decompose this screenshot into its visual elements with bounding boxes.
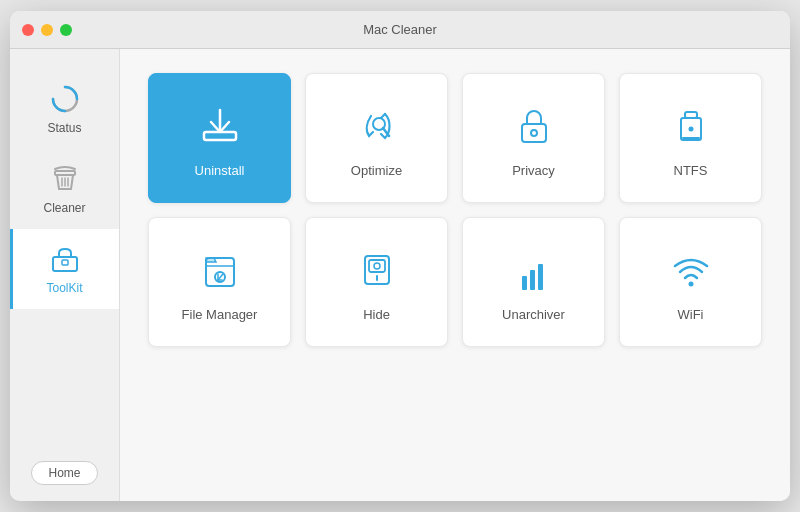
tool-wifi[interactable]: WiFi (619, 217, 762, 347)
tool-hide[interactable]: Hide (305, 217, 448, 347)
optimize-icon (350, 99, 404, 153)
ntfs-icon (664, 99, 718, 153)
svg-rect-22 (369, 260, 385, 272)
svg-point-23 (374, 263, 380, 269)
uninstall-icon (193, 99, 247, 153)
ntfs-label: NTFS (674, 163, 708, 178)
wifi-label: WiFi (678, 307, 704, 322)
maximize-button[interactable] (60, 24, 72, 36)
tool-uninstall[interactable]: Uninstall (148, 73, 291, 203)
tool-optimize[interactable]: Optimize (305, 73, 448, 203)
privacy-label: Privacy (512, 163, 555, 178)
unarchiver-icon (507, 243, 561, 297)
tool-file-manager[interactable]: File Manager (148, 217, 291, 347)
sidebar: Status Cleaner (10, 49, 120, 501)
sidebar-item-toolkit[interactable]: ToolKit (10, 229, 119, 309)
app-body: Status Cleaner (10, 49, 790, 501)
tool-ntfs[interactable]: NTFS (619, 73, 762, 203)
sidebar-toolkit-label: ToolKit (46, 281, 82, 295)
privacy-icon (507, 99, 561, 153)
hide-icon (350, 243, 404, 297)
svg-rect-27 (538, 264, 543, 290)
file-manager-label: File Manager (182, 307, 258, 322)
traffic-lights (22, 24, 72, 36)
toolkit-icon (49, 243, 81, 275)
sidebar-item-cleaner[interactable]: Cleaner (10, 149, 119, 229)
tool-privacy[interactable]: Privacy (462, 73, 605, 203)
svg-rect-0 (55, 171, 75, 175)
app-window: Mac Cleaner Status (10, 11, 790, 501)
unarchiver-label: Unarchiver (502, 307, 565, 322)
svg-rect-4 (53, 257, 77, 271)
svg-rect-5 (62, 260, 68, 265)
home-button[interactable]: Home (31, 461, 97, 485)
sidebar-cleaner-label: Cleaner (43, 201, 85, 215)
svg-rect-25 (522, 276, 527, 290)
titlebar: Mac Cleaner (10, 11, 790, 49)
uninstall-label: Uninstall (195, 163, 245, 178)
window-title: Mac Cleaner (363, 22, 437, 37)
svg-point-28 (688, 281, 693, 286)
sidebar-status-label: Status (47, 121, 81, 135)
wifi-icon (664, 243, 718, 297)
main-content: Uninstall Optimize (120, 49, 790, 501)
sidebar-bottom: Home (10, 445, 119, 501)
hide-label: Hide (363, 307, 390, 322)
tools-grid: Uninstall Optimize (148, 73, 762, 347)
file-manager-icon (193, 243, 247, 297)
svg-rect-10 (522, 124, 546, 142)
cleaner-icon (49, 163, 81, 195)
minimize-button[interactable] (41, 24, 53, 36)
status-icon (49, 83, 81, 115)
tool-unarchiver[interactable]: Unarchiver (462, 217, 605, 347)
optimize-label: Optimize (351, 163, 402, 178)
close-button[interactable] (22, 24, 34, 36)
sidebar-item-status[interactable]: Status (10, 69, 119, 149)
svg-point-14 (688, 126, 693, 131)
svg-point-11 (531, 130, 537, 136)
svg-rect-26 (530, 270, 535, 290)
